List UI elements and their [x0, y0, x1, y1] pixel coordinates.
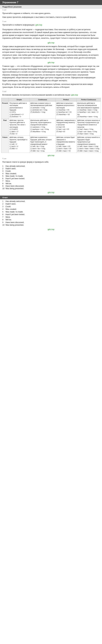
answer-num: 3	[2, 206, 5, 208]
questions-list: 1Has already welcomed.2Hadn't seen.3Coul…	[0, 164, 102, 190]
tense-table-container: Simple Continuous Perfect Perfect Contin…	[0, 98, 102, 153]
cell-past-2: Длительное действие в прошлом, происходи…	[30, 118, 55, 136]
watermark4: gdz.top	[71, 94, 78, 96]
question-num: 1	[2, 165, 5, 167]
question-text: Hasn't yet been tested.	[5, 178, 25, 180]
question-item-8: 8Will be.	[2, 182, 100, 184]
watermark7-block: gdz.top	[0, 227, 102, 231]
watermark1: gdz.top	[35, 24, 42, 26]
col-header-simple: Simple	[9, 98, 30, 102]
watermark2: gdz.top	[48, 42, 54, 44]
question-text: Will be.	[5, 182, 12, 184]
question-text: Was being presented.	[5, 187, 24, 190]
question-num: 10	[2, 187, 5, 190]
answer-text: Was being presented.	[5, 224, 100, 226]
answer-text: Has already welcomed.	[5, 200, 100, 202]
cell-future-4: Действие, которое начнётся в будущем и б…	[77, 136, 101, 153]
cell-past-4: Действие, которое началось в прошлом и п…	[77, 118, 101, 136]
question-item-5: 5Was made / is made.	[2, 175, 100, 177]
answer-num: 8	[2, 218, 5, 221]
row-header-present: Present	[1, 102, 9, 118]
answer-text: Have been discussed.	[5, 221, 100, 224]
cell-present-4: Длительное действие в прошлом (незавершё…	[77, 102, 101, 118]
answer-item-5: 5Was made / is made.	[2, 211, 100, 213]
step4-label: 4 шаг	[0, 157, 102, 160]
question-num: 5	[2, 175, 5, 177]
watermark5-block: gdz.top	[0, 154, 102, 157]
answer-text: Was created.	[5, 208, 100, 210]
question-num: 3	[2, 170, 5, 172]
question-text: Was made / is made.	[5, 175, 23, 177]
answer-text: Could.	[5, 206, 100, 208]
step2-label: 2 шаг	[0, 20, 102, 22]
tense-table: Simple Continuous Perfect Perfect Contin…	[1, 98, 101, 153]
answer-num: 2	[2, 203, 5, 205]
question-text: Could.	[5, 170, 11, 172]
answer-item-4: 4Was created.	[2, 208, 100, 210]
answer-num: 9	[2, 221, 5, 224]
step2-para3: Главное чудо — это особенное оборудовани…	[2, 65, 100, 82]
step1-instruction: Прочитайте задание и поймите, что нам ну…	[2, 12, 100, 15]
step2-instruction-text: Прочитайте и поймите информацию:	[2, 24, 35, 26]
answer-item-9: 9Have been discussed.	[2, 221, 100, 224]
subtitle-text: Подробное решение	[2, 6, 22, 8]
cell-future-3: Действие, которое будет завершено к опре…	[55, 136, 77, 153]
answer-text: Was made / is made.	[5, 211, 100, 213]
answer-item-2: 2Hadn't seen.	[2, 203, 100, 205]
answer-text: Hasn't yet been tested.	[5, 213, 100, 216]
cell-present-1: Регулярное действие в настоящем, располо…	[9, 102, 30, 118]
question-num: 2	[2, 168, 5, 170]
section-subtitle: Подробное решение	[0, 5, 102, 9]
cell-present-3: Действие в прошлом с видимым результатом…	[55, 102, 77, 118]
answer-item-1: 1Has already welcomed.	[2, 200, 100, 202]
question-num: 9	[2, 185, 5, 187]
question-num: 4	[2, 172, 5, 174]
answer-section: Ответ 1Has already welcomed.2Hadn't seen…	[0, 196, 102, 231]
step3-instruction: Вспомним правила построения и использова…	[0, 92, 102, 97]
answer-num: 4	[2, 208, 5, 210]
answer-text: Hadn't seen.	[5, 203, 100, 205]
step1-label: 1 шаг	[0, 9, 102, 11]
step2-paragraphs: Популярное событие этой недели — подводн…	[0, 27, 102, 90]
watermark7: gdz.top	[48, 228, 54, 230]
col-header-perfect: Perfect	[55, 98, 77, 102]
answer-text: Will be.	[5, 218, 100, 221]
cell-present-2: Действие в момент речи, в запланнированн…	[30, 102, 55, 118]
answer-num: 7	[2, 216, 5, 218]
answer-label: Ответ	[2, 196, 8, 199]
question-num: 8	[2, 182, 5, 184]
page: Упражнение 7 Подробное решение 1 шаг Про…	[0, 0, 102, 231]
question-text: Were.	[5, 180, 10, 182]
question-item-2: 2Hadn't seen.	[2, 168, 100, 170]
watermark3: gdz.top	[48, 62, 54, 64]
step4-instruction: Поставьте глагол в нужную форму и провер…	[0, 160, 102, 164]
row-header-past: Past	[1, 118, 9, 136]
answer-header: Ответ	[0, 196, 102, 199]
step3-instruction-text: Вспомним правила построения и использова…	[2, 94, 71, 96]
step2-para1: Популярное событие этой недели — подводн…	[2, 28, 100, 40]
answer-list: 1Has already welcomed.2Hadn't seen.3Coul…	[0, 199, 102, 227]
question-item-4: 4Was created.	[2, 172, 100, 174]
step4-instruction-text: Поставьте глагол в нужную форму и провер…	[2, 161, 49, 163]
watermark6-block: gdz.top	[0, 190, 102, 194]
cell-past-3: Действие, завершённое к определённому мо…	[55, 118, 77, 136]
answer-item-3: 3Could.	[2, 206, 100, 208]
cell-future-1: Действие, которое, вероятно, произойдёт …	[9, 136, 30, 153]
col-header-tense	[1, 98, 9, 102]
question-text: Hadn't seen.	[5, 168, 16, 170]
watermark5: gdz.top	[48, 154, 54, 156]
step2-para2: Среди самых выдающихся выставок посетите…	[2, 45, 100, 59]
col-header-perfect-continuous: Perfect Continuous	[77, 98, 101, 102]
question-item-1: 1Has already welcomed.	[2, 165, 100, 167]
question-text: Has already welcomed.	[5, 165, 25, 167]
question-item-7: 7Were.	[2, 180, 100, 182]
answer-num: 10	[2, 224, 5, 226]
question-num: 7	[2, 180, 5, 182]
step2-instruction: Прочитайте и поймите информацию: gdz.top	[0, 22, 102, 27]
step1-text: Нам нужно прочитать информацию о выставк…	[2, 16, 100, 18]
answer-text: Were.	[5, 216, 100, 218]
step3-label: 3 шаг	[0, 90, 102, 92]
cell-past-1: Действие, простое, короткое действие в п…	[9, 118, 30, 136]
question-item-9: 9Have been discussed.	[2, 185, 100, 187]
watermark6: gdz.top	[48, 191, 54, 194]
